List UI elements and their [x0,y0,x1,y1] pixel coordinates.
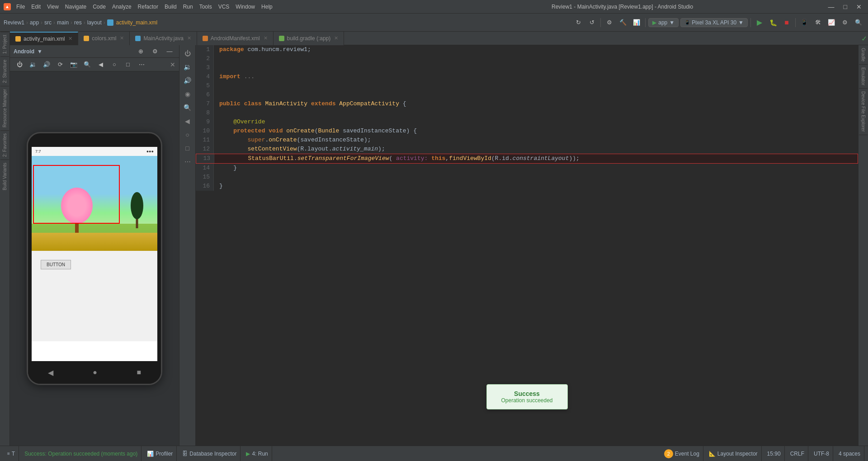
breadcrumb-res[interactable]: res [74,19,82,26]
profile-button[interactable]: 📈 [826,17,837,28]
run-button[interactable]: ▶ [754,17,765,28]
build-button[interactable]: 🔨 [617,17,629,28]
gradle-sync-button[interactable]: ⚙ [604,17,615,28]
device-dropdown[interactable]: 📱 Pixel 3a XL API 30 ▼ [680,18,748,27]
breadcrumb-layout[interactable]: layout [87,19,102,26]
close-button[interactable]: ✕ [854,2,864,11]
code-line-12: 12 setContentView(R.layout.activity_main… [196,145,858,154]
tab-close-colors[interactable]: ✕ [120,35,124,41]
phone-button[interactable]: BUTTON [41,260,71,269]
preview-power-button[interactable]: ⏻ [14,59,25,71]
preview-back-button[interactable]: ◀ [95,59,107,71]
preview-rotate-button[interactable]: ⟳ [54,59,66,71]
menu-analyze[interactable]: Analyze [109,3,134,11]
design-btn-volume-up[interactable]: 🔊 [181,74,194,87]
status-event-log-tab[interactable]: 2 Event Log [660,446,703,461]
tab-close-gradle[interactable]: ✕ [334,35,338,41]
sidebar-item-build-variants[interactable]: Build Variants [0,160,9,193]
status-line-ending[interactable]: CRLF [787,446,808,461]
design-btn-rotate[interactable]: ◉ [181,88,194,100]
menu-help[interactable]: Help [259,3,275,11]
sidebar-item-project[interactable]: 1: Project [0,32,9,56]
android-panel-collapse-button[interactable]: — [164,46,175,57]
tab-close-mainactivity[interactable]: ✕ [187,35,191,41]
breadcrumb-review1[interactable]: Review1 [4,19,24,26]
tab-build-gradle[interactable]: build.gradle (:app) ✕ [274,32,344,45]
breadcrumb-main[interactable]: main [57,19,69,26]
code-line-10: 10 protected void onCreate(Bundle savedI… [196,127,858,136]
preview-zoom-in-button[interactable]: 🔍 [81,59,93,71]
tab-close-activity-main[interactable]: ✕ [68,36,72,42]
design-btn-power[interactable]: ⏻ [181,47,194,60]
design-btn-more[interactable]: ⋯ [181,155,194,168]
android-panel-settings-button[interactable]: ⚙ [149,46,161,57]
nav-back-button[interactable]: ◀ [48,368,53,377]
status-db-inspector-tab[interactable]: 🗄 Database Inspector [179,446,241,461]
sidebar-item-device-file-explorer[interactable]: Device File Explorer [859,89,868,135]
preview-square-button[interactable]: □ [122,59,134,71]
preview-close-button[interactable]: ✕ [170,61,175,68]
breadcrumb-app[interactable]: app [30,19,39,26]
toolbar-sep-1 [600,18,601,27]
debug-button[interactable]: 🐛 [767,17,779,28]
layout-inspector-icon: 📐 [709,451,716,457]
preview-vol-up-button[interactable]: 🔊 [41,59,52,71]
design-btn-zoom[interactable]: 🔍 [181,101,194,114]
design-btn-home[interactable]: ○ [181,128,194,141]
tab-activity-main-xml[interactable]: activity_main.xml ✕ [10,32,78,45]
breadcrumb-src[interactable]: src [44,19,52,26]
search-button[interactable]: 🔍 [853,17,864,28]
status-success-message[interactable]: Success: Operation succeeded (moments ag… [21,446,142,461]
menu-refactor[interactable]: Refactor [135,3,161,11]
nav-recent-button[interactable]: ■ [137,368,142,376]
design-btn-back[interactable]: ◀ [181,115,194,127]
stop-button[interactable]: ■ [781,17,793,28]
settings-icon[interactable]: ⚙ [839,17,851,28]
sdk-button[interactable]: 🛠 [812,17,824,28]
sidebar-item-structure[interactable]: 2: Structure [0,56,9,86]
preview-toolbar: ⏻ 🔉 🔊 ⟳ 📷 🔍 ◀ ○ □ ⋯ ✕ [10,58,179,71]
preview-more-button[interactable]: ⋯ [136,59,147,71]
tab-colors-xml[interactable]: colors.xml ✕ [78,32,130,45]
avd-button[interactable]: 📱 [798,17,810,28]
nav-home-button[interactable]: ● [93,368,97,376]
preview-home-button[interactable]: ○ [108,59,120,71]
refresh-button[interactable]: ↺ [586,17,598,28]
sidebar-item-favorites[interactable]: 2: Favorites [0,130,9,160]
status-layout-inspector-tab[interactable]: 📐 Layout Inspector [705,446,762,461]
maximize-button[interactable]: □ [841,2,850,11]
menu-tools[interactable]: Tools [197,3,215,11]
android-dropdown-icon[interactable]: ▼ [37,48,42,55]
run-config-dropdown[interactable]: ▶ app ▼ [648,18,679,27]
sidebar-item-emulator[interactable]: Emulator [859,65,868,89]
status-profiler-tab[interactable]: 📊 Profiler [143,446,177,461]
design-btn-volume-down[interactable]: 🔉 [181,61,194,73]
menu-run[interactable]: Run [180,3,196,11]
menu-vcs[interactable]: VCS [216,3,232,11]
tab-close-manifest[interactable]: ✕ [264,35,268,41]
preview-vol-down-button[interactable]: 🔉 [27,59,39,71]
sidebar-item-gradle[interactable]: Gradle [859,45,868,65]
breadcrumb-file[interactable]: activity_main.xml [116,19,157,26]
menu-navigate[interactable]: Navigate [62,3,89,11]
menu-view[interactable]: View [44,3,61,11]
status-toggle-button[interactable]: ≡ T [4,446,19,461]
sync-button[interactable]: ↻ [572,17,584,28]
status-indent[interactable]: 4 spaces [835,446,864,461]
analyze-button[interactable]: 📊 [631,17,642,28]
tab-androidmanifest[interactable]: AndroidManifest.xml ✕ [197,32,274,45]
menu-window[interactable]: Window [233,3,258,11]
preview-screenshot-button[interactable]: 📷 [68,59,80,71]
menu-bar: File Edit View Navigate Code Analyze Ref… [14,3,420,11]
minimize-button[interactable]: — [826,2,837,11]
tab-mainactivity-java[interactable]: MainActivity.java ✕ [130,32,197,45]
menu-edit[interactable]: Edit [28,3,43,11]
menu-build[interactable]: Build [162,3,179,11]
design-btn-square[interactable]: □ [181,142,194,155]
menu-file[interactable]: File [14,3,28,11]
android-panel-add-button[interactable]: ⊕ [135,46,146,57]
status-charset[interactable]: UTF-8 [810,446,833,461]
sidebar-item-resource-manager[interactable]: Resource Manager [0,86,9,130]
menu-code[interactable]: Code [90,3,108,11]
status-run-tab[interactable]: ▶ 4: Run [242,446,272,461]
